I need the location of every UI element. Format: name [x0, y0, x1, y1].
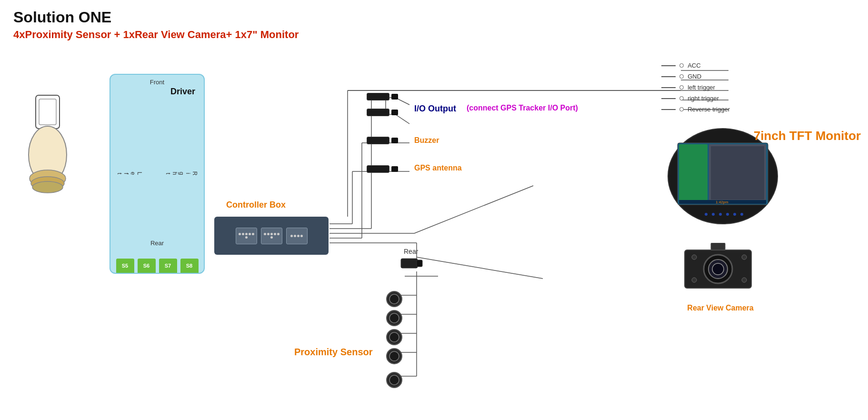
monitor-title-label: 7inch TFT Monitor — [754, 129, 861, 143]
svg-point-74 — [389, 313, 399, 323]
prox-sensor-3 — [385, 328, 404, 349]
plug-end-2 — [391, 110, 398, 115]
car-rear-label: Rear — [150, 240, 164, 247]
plug-end-4 — [391, 166, 398, 172]
svg-point-76 — [389, 332, 399, 342]
wire-reverse-trigger-label: Reverse trigger — [688, 106, 730, 113]
sensor-slots: S5 S6 S7 S8 — [110, 250, 204, 273]
rear-connector-plug — [400, 256, 424, 272]
io-output-label: I/O Output — [414, 104, 456, 114]
svg-rect-70 — [417, 260, 422, 267]
svg-rect-68 — [711, 243, 725, 250]
wire-acc: ACC — [661, 62, 730, 69]
svg-rect-51 — [711, 146, 764, 200]
vehicle-side-sketch — [14, 86, 81, 229]
car-driver-label: Driver — [170, 87, 195, 97]
page: Solution ONE 4xProximity Sensor + 1xRear… — [0, 0, 868, 420]
svg-point-56 — [719, 213, 722, 216]
svg-point-63 — [712, 263, 724, 275]
svg-rect-41 — [39, 99, 56, 125]
plug-end-3 — [391, 138, 398, 143]
prox-sensor-4 — [385, 347, 404, 368]
camera-label: Rear View Camera — [682, 304, 758, 312]
svg-point-54 — [705, 213, 708, 216]
wire-gnd: GND — [661, 73, 730, 80]
svg-point-65 — [742, 255, 747, 260]
camera-svg — [682, 243, 758, 300]
prox-sensor-2 — [385, 309, 404, 330]
svg-point-80 — [389, 375, 399, 385]
connector-3 — [286, 228, 308, 244]
buzzer-label: Buzzer — [414, 136, 439, 145]
svg-point-46 — [32, 181, 63, 193]
prox-sensor-5 — [385, 370, 404, 391]
svg-point-72 — [389, 294, 399, 304]
svg-line-20 — [414, 186, 533, 233]
sensor-slot-s6: S6 — [138, 259, 156, 273]
wire-right-trigger-label: right trigger — [688, 95, 719, 102]
plug-body-2 — [367, 109, 389, 116]
svg-point-64 — [692, 255, 697, 260]
io-gps-tracker-label: (connect GPS Tracker I/O Port) — [467, 104, 578, 112]
svg-point-58 — [733, 213, 736, 216]
svg-point-67 — [742, 278, 747, 282]
svg-text:1:42pm: 1:42pm — [716, 200, 728, 204]
svg-point-55 — [712, 213, 715, 216]
controller-box-label: Controller Box — [226, 200, 286, 210]
proximity-sensor-label: Proximity Sensor — [294, 347, 373, 358]
plug-body-3 — [367, 137, 389, 144]
wire-reverse-trigger: Reverse trigger — [661, 106, 730, 113]
plug-body-1 — [367, 93, 389, 100]
plug-end-1 — [391, 94, 398, 100]
controller-box — [214, 217, 329, 255]
page-title: Solution ONE — [13, 9, 111, 26]
camera-area: Rear View Camera — [682, 243, 758, 312]
io-connector-4 — [367, 165, 398, 173]
wire-acc-label: ACC — [688, 62, 700, 69]
io-connector-3 — [367, 137, 398, 144]
plug-body-4 — [367, 165, 389, 173]
sensor-slot-s8: S8 — [180, 259, 199, 273]
io-connector-2 — [367, 109, 398, 116]
car-right-label: Right — [165, 171, 198, 177]
sensor-slot-s7: S7 — [159, 259, 177, 273]
svg-point-59 — [740, 213, 743, 216]
wire-right-trigger: right trigger — [661, 95, 730, 102]
gps-antenna-label: GPS antenna — [414, 164, 462, 172]
svg-rect-69 — [401, 259, 418, 268]
car-top-view-diagram: Front Driver Left Right Rear S5 S6 S7 S8 — [110, 74, 205, 274]
svg-point-57 — [726, 213, 729, 216]
wire-gnd-label: GND — [688, 73, 701, 80]
wire-left-trigger: left trigger — [661, 84, 730, 91]
page-subtitle: 4xProximity Sensor + 1xRear View Camera+… — [13, 29, 299, 41]
car-left-label: Left — [116, 172, 143, 176]
svg-line-23 — [417, 257, 543, 279]
connector-2 — [261, 228, 282, 244]
svg-point-78 — [389, 351, 399, 361]
sensor-slot-s5: S5 — [116, 259, 134, 273]
wire-left-trigger-label: left trigger — [688, 84, 715, 91]
prox-sensor-1 — [385, 290, 404, 310]
rear-label: Rear — [404, 248, 418, 255]
car-front-label: Front — [150, 79, 164, 86]
svg-point-66 — [692, 278, 697, 282]
wire-terminals: ACC GND left trigger right trigger Rever… — [661, 62, 730, 113]
connector-1 — [236, 228, 257, 244]
io-connector-1 — [367, 93, 398, 100]
svg-rect-49 — [679, 144, 708, 201]
